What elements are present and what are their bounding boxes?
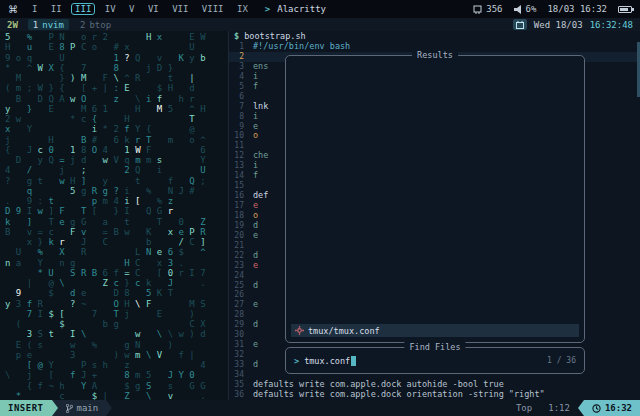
tmux-session-name: 2W — [7, 20, 18, 30]
text-cursor — [351, 356, 356, 366]
terminal-window: ⌘ I II III IV V VI VII VIII IX > Alacrit… — [0, 0, 640, 416]
line-number: 21 — [229, 241, 249, 251]
line-number: 26 — [229, 290, 249, 300]
workspace-IX[interactable]: IX — [233, 3, 252, 15]
line-number: 3 — [229, 62, 249, 72]
find-files-title: Find Files — [404, 342, 465, 352]
line-number: 16 — [229, 191, 249, 201]
line-text: e — [253, 231, 258, 241]
line-number: 30 — [229, 330, 249, 340]
tmux-window-nvim[interactable]: 1 nvim — [28, 19, 69, 30]
line-number: 36 — [229, 390, 249, 400]
line-number: 34 — [229, 370, 249, 380]
line-text: i — [253, 112, 258, 122]
line-number: 31 — [229, 340, 249, 350]
line-number: 33 — [229, 360, 249, 370]
workspace-VI[interactable]: VI — [144, 3, 163, 15]
line-number: 25 — [229, 281, 249, 291]
tmux-date: Wed 18/03 — [534, 20, 583, 30]
clock-indicator: 18/03 16:32 — [547, 4, 607, 14]
shell-script-icon: $ — [234, 31, 239, 41]
line-number: 18 — [229, 211, 249, 221]
line-number: 35 — [229, 380, 249, 390]
line-number: 8 — [229, 112, 249, 122]
git-branch-segment[interactable]: main — [58, 400, 107, 416]
buffer-line-36[interactable]: 36defaults write com.apple.dock orientat… — [229, 390, 640, 400]
selected-result-path: tmux/tmux.conf — [308, 326, 380, 336]
line-text: f — [253, 171, 258, 181]
line-number: 6 — [229, 92, 249, 102]
telescope-prompt-window: Find Files > tmux.conf 1 / 36 — [285, 347, 585, 374]
line-number: 20 — [229, 231, 249, 241]
mode-indicator: INSERT — [0, 400, 52, 416]
workspace-III[interactable]: III — [71, 3, 95, 15]
line-number: 32 — [229, 350, 249, 360]
memory-indicator: 356 — [473, 4, 502, 14]
memory-icon — [473, 5, 482, 14]
workspace-I[interactable]: I — [28, 3, 41, 15]
tmux-status-bar: 2W 1 nvim 2 btop Wed 18/03 16:32:48 — [0, 18, 640, 31]
line-number: 7 — [229, 102, 249, 112]
workspace-II[interactable]: II — [47, 3, 66, 15]
volume-indicator: 6% — [514, 4, 537, 14]
line-number: 4 — [229, 72, 249, 82]
chevron-icon: > — [265, 4, 270, 14]
line-text: #!/usr/bin/env bash — [253, 42, 350, 52]
nvim-editor-pane[interactable]: $ bootstrap.sh 1#!/usr/bin/env bash23ens… — [229, 31, 640, 400]
line-text: d — [253, 360, 258, 370]
powerline-separator — [106, 400, 112, 416]
line-number: 12 — [229, 151, 249, 161]
line-number: 9 — [229, 122, 249, 132]
line-number: 24 — [229, 271, 249, 281]
matrix-rain-output: 5 % P N o r 2 H x E W H u E 8 P C o # x … — [0, 31, 228, 400]
line-text: d — [253, 320, 258, 330]
line-number: 19 — [229, 221, 249, 231]
workspace-VII[interactable]: VII — [168, 3, 192, 15]
line-number: 2 — [229, 52, 249, 62]
search-query: tmux.conf — [304, 356, 350, 366]
window-name: btop — [89, 20, 111, 30]
workspace-VIII[interactable]: VIII — [198, 3, 228, 15]
system-menu-bar: ⌘ I II III IV V VI VII VIII IX > Alacrit… — [0, 0, 640, 18]
window-name: nvim — [42, 20, 64, 30]
line-number: 22 — [229, 251, 249, 261]
tmux-window-btop[interactable]: 2 btop — [77, 20, 114, 30]
line-number: 28 — [229, 310, 249, 320]
os-logo-icon[interactable]: ⌘ — [8, 4, 18, 15]
focused-app-title: Alacritty — [277, 4, 326, 14]
scroll-position: Top — [508, 400, 540, 416]
workspace-list: I II III IV V VI VII VIII IX — [28, 3, 252, 16]
line-text: defaults write com.apple.dock orientatio… — [253, 390, 545, 400]
line-number: 17 — [229, 201, 249, 211]
statusline-clock: 16:32 — [584, 400, 640, 416]
results-title: Results — [412, 50, 458, 60]
line-text: e — [253, 300, 258, 310]
workspace-V[interactable]: V — [125, 3, 138, 15]
line-text: f — [253, 82, 258, 92]
matrix-rain-pane[interactable]: 5 % P N o r 2 H x E W H u E 8 P C o # x … — [0, 31, 229, 400]
tmux-time: 16:32:48 — [590, 20, 633, 30]
file-name: bootstrap.sh — [244, 31, 305, 41]
line-number: 29 — [229, 320, 249, 330]
telescope-results-window: Results tmux/tmux.conf — [285, 55, 585, 343]
gear-icon — [295, 326, 304, 335]
window-number: 1 — [33, 20, 38, 30]
git-branch-icon — [66, 404, 73, 413]
line-text: d — [253, 281, 258, 291]
window-number: 2 — [80, 20, 85, 30]
clock-icon — [592, 404, 601, 413]
line-text: e — [253, 261, 258, 271]
workspace-IV[interactable]: IV — [101, 3, 120, 15]
line-number: 1 — [229, 42, 249, 52]
prompt-icon: > — [294, 356, 299, 366]
line-text: o — [253, 131, 258, 141]
branch-name: main — [77, 403, 99, 413]
result-counter: 1 / 36 — [547, 356, 576, 365]
line-number: 14 — [229, 171, 249, 181]
volume-icon — [514, 5, 522, 14]
line-text: e — [253, 340, 258, 350]
selected-result-row[interactable]: tmux/tmux.conf — [291, 324, 579, 337]
line-number: 10 — [229, 131, 249, 141]
line-number: 15 — [229, 181, 249, 191]
line-number: 11 — [229, 141, 249, 151]
